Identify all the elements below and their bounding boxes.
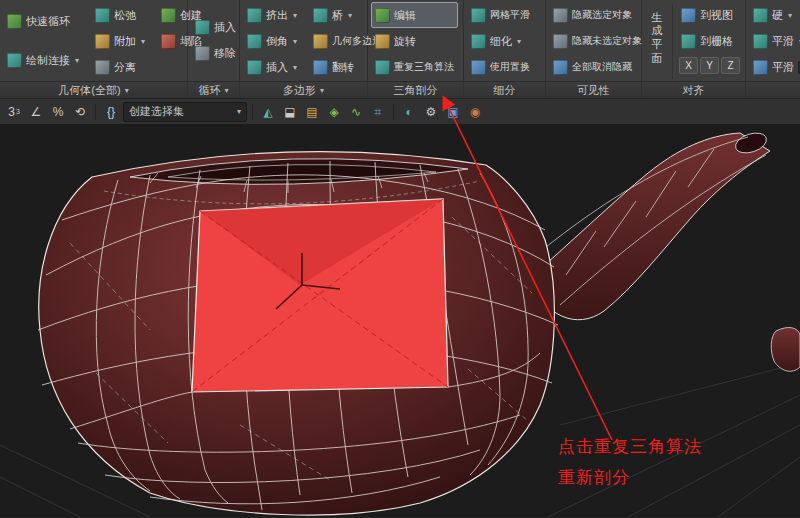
divider	[393, 104, 394, 120]
edit-triangulation-button[interactable]: 编辑	[371, 2, 458, 28]
teapot-spout[interactable]	[528, 129, 770, 319]
smooth-30-icon	[753, 60, 768, 75]
attach-button[interactable]: 附加▾	[91, 28, 149, 54]
align-z-button[interactable]: Z	[721, 57, 740, 74]
align-y-label: Y	[706, 60, 713, 71]
panel-label-triangulation[interactable]: 三角剖分	[368, 81, 463, 98]
caret-icon: ▾	[125, 86, 129, 95]
edit-triangulation-label: 编辑	[394, 8, 416, 23]
hide-selected-button[interactable]: 隐藏选定对象	[549, 2, 646, 28]
turn-icon	[375, 34, 390, 49]
smooth-button[interactable]: 平滑▾	[749, 28, 800, 54]
collapse-icon	[161, 34, 176, 49]
hide-unselected-button[interactable]: 隐藏未选定对象	[549, 28, 646, 54]
smooth-30-button[interactable]: 平滑30	[749, 54, 800, 80]
remove-loop-icon	[195, 46, 210, 61]
curve-editor-icon[interactable]: ∿	[346, 102, 366, 122]
quick-loop-icon	[7, 14, 22, 29]
teapot-handle[interactable]	[771, 328, 800, 372]
grid-align-label: 到栅格	[700, 34, 733, 49]
unhide-all-icon	[553, 60, 568, 75]
ribbon-toggle-icon[interactable]: ◈	[324, 102, 344, 122]
msmooth-button[interactable]: 网格平滑	[467, 2, 534, 28]
attach-label: 附加	[114, 34, 136, 49]
percent-snap-icon[interactable]: %	[48, 102, 68, 122]
named-selection-sets-icon[interactable]: {}	[101, 102, 121, 122]
detach-icon	[95, 60, 110, 75]
relax-label: 松弛	[114, 8, 136, 23]
hard-button[interactable]: 硬▾	[749, 2, 800, 28]
inset-button[interactable]: 插入▾	[243, 54, 301, 80]
panel-smoothing: 硬▾ 平滑▾ 平滑30	[746, 0, 800, 98]
caret-icon: ▾	[293, 37, 297, 46]
perspective-viewport[interactable]: 点击重复三角算法 重新剖分	[0, 125, 800, 517]
snap-toggle-icon[interactable]: 33	[4, 102, 24, 122]
align-y-button[interactable]: Y	[700, 57, 719, 74]
panel-label-polygons[interactable]: 多边形▾	[240, 81, 367, 98]
panel-triangulation: 编辑 旋转 重复三角算法 三角剖分	[368, 0, 464, 98]
align-icon[interactable]: ⬓	[280, 102, 300, 122]
hide-selected-icon	[553, 8, 568, 23]
render-icon[interactable]: ◉	[465, 102, 485, 122]
use-displace-icon	[471, 60, 486, 75]
mirror-icon[interactable]: ◭	[258, 102, 278, 122]
detach-button[interactable]: 分离	[91, 54, 149, 80]
retriangulate-button[interactable]: 重复三角算法	[371, 54, 458, 80]
relax-icon	[95, 8, 110, 23]
paint-connect-button[interactable]: 绘制连接▾	[3, 41, 83, 80]
rendered-frame-icon[interactable]: ▣	[443, 102, 463, 122]
hide-unselected-icon	[553, 34, 568, 49]
caret-icon: ▾	[517, 37, 521, 46]
panel-label-visibility[interactable]: 可见性	[546, 81, 641, 98]
panel-label-text: 可见性	[577, 83, 610, 98]
panel-label-loops[interactable]: 循环▾	[188, 81, 239, 98]
view-align-button[interactable]: 到视图	[677, 2, 742, 28]
geopoly-icon	[313, 34, 328, 49]
layer-manager-icon[interactable]: ▤	[302, 102, 322, 122]
grid-align-button[interactable]: 到栅格	[677, 28, 742, 54]
make-planar-button[interactable]: 生成平面	[645, 2, 668, 74]
tessellate-button[interactable]: 细化▾	[467, 28, 534, 54]
panel-label-smoothing	[746, 81, 800, 98]
panel-label-subdivision[interactable]: 细分	[464, 81, 545, 98]
spinner-snap-icon[interactable]: ⟲	[70, 102, 90, 122]
align-z-label: Z	[727, 60, 733, 71]
panel-label-text: 几何体(全部)	[58, 83, 120, 98]
schematic-view-icon[interactable]: ⌗	[368, 102, 388, 122]
extrude-label: 挤出	[266, 8, 288, 23]
material-editor-icon[interactable]: ◐	[399, 102, 419, 122]
use-displace-label: 使用置换	[490, 60, 530, 74]
align-x-button[interactable]: X	[679, 57, 698, 74]
panel-polygons: 挤出▾ 倒角▾ 插入▾ 桥▾ 几何多边形 翻转 多边形▾	[240, 0, 368, 98]
caret-icon: ▾	[293, 11, 297, 20]
bevel-button[interactable]: 倒角▾	[243, 28, 301, 54]
bridge-icon	[313, 8, 328, 23]
selected-polygon[interactable]	[192, 199, 448, 392]
turn-button[interactable]: 旋转	[371, 28, 458, 54]
extrude-icon	[247, 8, 262, 23]
detach-label: 分离	[114, 60, 136, 75]
unhide-all-button[interactable]: 全部取消隐藏	[549, 54, 646, 80]
extrude-button[interactable]: 挤出▾	[243, 2, 301, 28]
relax-button[interactable]: 松弛	[91, 2, 149, 28]
remove-loop-button[interactable]: 移除	[191, 40, 240, 66]
panel-label-text: 对齐	[683, 83, 705, 98]
caret-icon: ▾	[224, 86, 228, 95]
insert-loop-button[interactable]: 插入	[191, 14, 240, 40]
angle-snap-icon[interactable]: ∠	[26, 102, 46, 122]
render-setup-icon[interactable]: ⚙	[421, 102, 441, 122]
panel-align: 生成平面 到视图 到栅格 X Y Z 对齐	[642, 0, 746, 98]
teapot-model[interactable]	[0, 125, 800, 517]
panel-label-geometry[interactable]: 几何体(全部)▾	[0, 81, 187, 98]
quick-loop-label: 快速循环	[26, 14, 70, 29]
caret-icon: ▾	[141, 37, 145, 46]
use-displace-button[interactable]: 使用置换	[467, 54, 534, 80]
annotation-text-line1: 点击重复三角算法	[558, 435, 702, 458]
retriangulate-icon	[375, 60, 390, 75]
panel-label-align[interactable]: 对齐	[642, 81, 745, 98]
quick-loop-button[interactable]: 快速循环	[3, 2, 83, 41]
selection-set-dropdown[interactable]: 创建选择集▾	[123, 102, 247, 122]
paint-connect-icon	[7, 53, 22, 68]
flip-label: 翻转	[332, 60, 354, 75]
annotation-text-line2: 重新剖分	[558, 466, 630, 489]
